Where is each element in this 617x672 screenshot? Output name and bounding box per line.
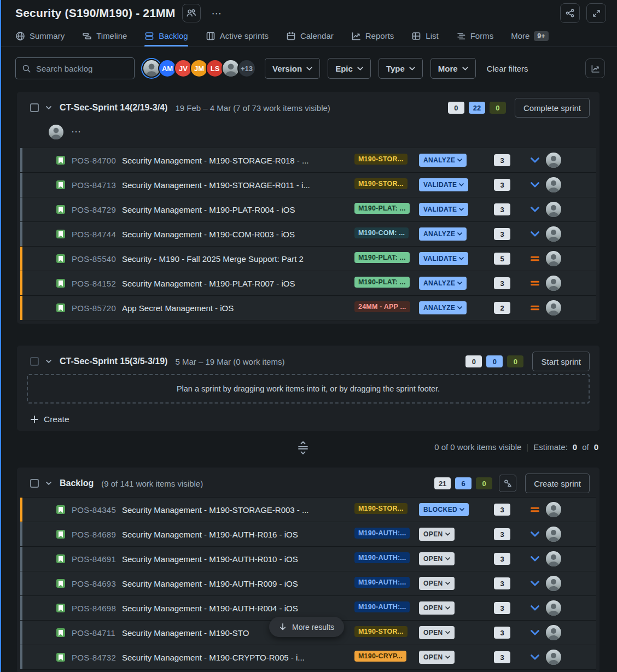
- auto-schedule-button[interactable]: [499, 475, 516, 492]
- version-filter-button[interactable]: Version: [265, 58, 320, 79]
- clear-filters-button[interactable]: Clear filters: [487, 64, 528, 73]
- assignee-avatar[interactable]: [546, 576, 561, 591]
- sprint-select-checkbox[interactable]: [30, 103, 39, 112]
- create-sprint-button[interactable]: Create sprint: [525, 474, 590, 493]
- sprint-name[interactable]: CT-Sec-Sprint 15(3/5-3/19): [60, 357, 167, 366]
- story-points-badge[interactable]: 3: [494, 577, 510, 589]
- assignee-avatar[interactable]: [546, 251, 561, 266]
- assignee-avatar[interactable]: [546, 551, 561, 566]
- status-lozenge[interactable]: ANALYZE: [419, 301, 467, 314]
- story-points-badge[interactable]: 3: [494, 627, 510, 639]
- tab-list[interactable]: List: [411, 25, 438, 46]
- complete-sprint-button[interactable]: Complete sprint: [515, 98, 590, 118]
- work-item-row[interactable]: POS-84689 Security Management - M190-AUT…: [20, 522, 596, 547]
- story-points-badge[interactable]: 3: [494, 553, 510, 565]
- work-item-row[interactable]: POS-84691 Security Management - M190-AUT…: [20, 547, 596, 571]
- work-item-row[interactable]: POS-85720 App Secret Management - iOS 24…: [20, 296, 596, 320]
- assignees-more-button[interactable]: ⋯: [71, 126, 82, 138]
- search-field[interactable]: [15, 57, 135, 79]
- backlog-select-checkbox[interactable]: [30, 479, 39, 488]
- story-points-badge[interactable]: 3: [494, 179, 510, 191]
- type-filter-button[interactable]: Type: [379, 58, 423, 79]
- header-more-button[interactable]: ⋯: [207, 6, 227, 21]
- assignee-avatar[interactable]: [546, 300, 561, 315]
- status-lozenge[interactable]: VALIDATE: [419, 203, 468, 216]
- status-lozenge[interactable]: VALIDATE: [419, 178, 468, 191]
- create-work-item-button[interactable]: Create: [30, 414, 69, 424]
- story-points-badge[interactable]: 3: [494, 504, 510, 516]
- chevron-down-icon: [459, 208, 464, 211]
- story-points-badge[interactable]: 3: [494, 203, 510, 215]
- story-points-badge[interactable]: 5: [494, 253, 510, 265]
- start-sprint-button[interactable]: Start sprint: [532, 352, 590, 371]
- status-lozenge[interactable]: OPEN: [419, 626, 455, 639]
- story-points-badge[interactable]: 3: [494, 277, 510, 289]
- status-lozenge[interactable]: ANALYZE: [419, 154, 467, 167]
- tab-backlog[interactable]: Backlog: [144, 25, 188, 46]
- backlog-title[interactable]: Backlog: [60, 478, 94, 488]
- tab-calendar[interactable]: Calendar: [286, 25, 334, 46]
- work-item-row[interactable]: POS-84744 Security Management - M190-COM…: [20, 222, 596, 247]
- collapse-chevron-icon[interactable]: [44, 103, 53, 112]
- status-lozenge[interactable]: OPEN: [419, 552, 455, 565]
- status-lozenge[interactable]: OPEN: [419, 528, 455, 541]
- assignee-filter-avatar[interactable]: [49, 125, 63, 139]
- chevron-down-icon: [445, 533, 450, 536]
- story-points-badge[interactable]: 3: [494, 528, 510, 540]
- assignee-avatar[interactable]: [546, 226, 561, 242]
- avatar-overflow-count[interactable]: +13: [237, 59, 256, 78]
- story-points-badge[interactable]: 3: [494, 651, 510, 663]
- collapse-chevron-icon[interactable]: [44, 479, 53, 488]
- work-item-row[interactable]: POS-84729 Security Management - M190-PLA…: [20, 197, 596, 222]
- tab-timeline[interactable]: Timeline: [82, 25, 127, 46]
- status-lozenge[interactable]: OPEN: [419, 577, 455, 590]
- status-lozenge[interactable]: OPEN: [419, 651, 455, 664]
- assignee-avatar[interactable]: [546, 600, 561, 616]
- assignee-avatar[interactable]: [546, 153, 561, 168]
- insights-button[interactable]: [585, 59, 605, 78]
- work-item-row[interactable]: POS-84152 Security Management - M190-PLA…: [20, 271, 596, 296]
- tab-active-sprints[interactable]: Active sprints: [206, 25, 269, 46]
- status-lozenge[interactable]: BLOCKED: [419, 503, 469, 516]
- row-accent-bar: [20, 498, 22, 522]
- work-item-row[interactable]: POS-84732 Security Management - M190-CRY…: [20, 645, 596, 670]
- expand-button[interactable]: [586, 3, 606, 23]
- status-lozenge[interactable]: ANALYZE: [419, 277, 467, 290]
- tab-more[interactable]: More 9+: [511, 25, 548, 46]
- status-lozenge[interactable]: VALIDATE: [419, 252, 468, 265]
- story-points-badge[interactable]: 3: [494, 602, 510, 614]
- assignee-avatar[interactable]: [546, 650, 561, 665]
- tab-reports[interactable]: Reports: [351, 25, 394, 46]
- work-item-row[interactable]: POS-84700 Security Management - M190-STO…: [20, 148, 596, 173]
- sprint-section-14: CT-Sec-Sprint 14(2/19-3/4) 19 Feb – 4 Ma…: [17, 92, 599, 324]
- epic-filter-button[interactable]: Epic: [328, 58, 371, 79]
- more-filters-button[interactable]: More: [430, 58, 476, 79]
- tab-summary[interactable]: Summary: [15, 25, 65, 46]
- work-item-row[interactable]: POS-84693 Security Management - M190-AUT…: [20, 571, 596, 596]
- assignee-avatar[interactable]: [546, 502, 561, 517]
- more-results-button[interactable]: More results: [269, 617, 344, 637]
- todo-count-badge: 0: [465, 355, 482, 367]
- team-members-button[interactable]: [182, 4, 201, 22]
- resize-handle[interactable]: [297, 441, 309, 455]
- work-item-row[interactable]: POS-84713 Security Management - M190-STO…: [20, 173, 596, 197]
- assignee-avatar[interactable]: [546, 527, 561, 542]
- story-points-badge[interactable]: 3: [494, 228, 510, 240]
- work-item-row[interactable]: POS-85540 Security - M190 - Fall 2025 Me…: [20, 247, 596, 271]
- story-points-badge[interactable]: 2: [494, 302, 510, 314]
- sprint-select-checkbox[interactable]: [30, 357, 39, 366]
- search-input[interactable]: [36, 64, 128, 73]
- sprint-name[interactable]: CT-Sec-Sprint 14(2/19-3/4): [60, 103, 167, 113]
- assignee-avatar[interactable]: [546, 202, 561, 217]
- assignee-avatar[interactable]: [546, 625, 561, 640]
- tab-forms[interactable]: Forms: [456, 25, 494, 46]
- status-lozenge[interactable]: OPEN: [419, 601, 455, 615]
- assignee-avatar[interactable]: [546, 276, 561, 291]
- story-points-badge[interactable]: 3: [494, 154, 510, 166]
- work-item-row[interactable]: POS-84345 Security Management - M190-STO…: [20, 498, 596, 522]
- status-lozenge[interactable]: ANALYZE: [419, 227, 467, 241]
- share-button[interactable]: [560, 3, 580, 23]
- collapse-chevron-icon[interactable]: [44, 357, 53, 366]
- chevron-down-icon: [457, 232, 462, 236]
- assignee-avatar[interactable]: [546, 177, 561, 192]
